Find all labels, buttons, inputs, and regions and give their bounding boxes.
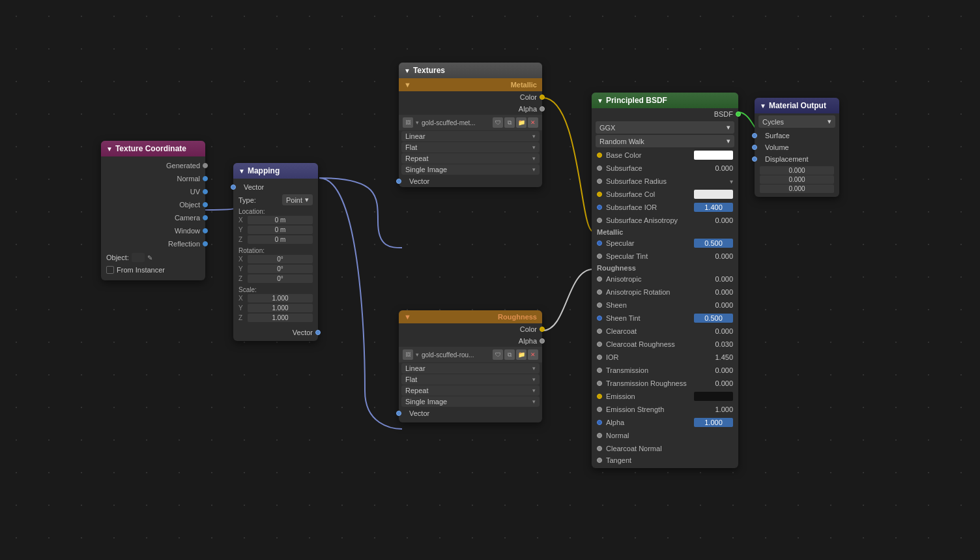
roughness-extension-dropdown[interactable]: Repeat ▾ [401, 385, 540, 396]
type-dropdown[interactable]: Point ▾ [282, 194, 313, 205]
subsurface-radius-row: Subsurface Radius ▾ [592, 175, 738, 188]
clearcoat-roughness-value: 0.030 [707, 340, 733, 348]
from-instancer-label: From Instancer [117, 266, 165, 274]
roughness-image-actions: 🛡 ⧉ 📁 ✕ [493, 349, 538, 360]
base-color-swatch[interactable] [694, 151, 733, 160]
displacement-z-value[interactable]: 0.000 [760, 184, 834, 193]
ior-row: IOR 1.450 [592, 351, 738, 364]
normal-label: Normal [606, 432, 733, 439]
displacement-y-value[interactable]: 0.000 [760, 175, 834, 184]
metallic-type-dropdown[interactable]: Single Image ▾ [401, 164, 540, 175]
specular-value[interactable]: 0.500 [694, 239, 733, 248]
rot-x-value[interactable]: 0° [248, 255, 313, 263]
roughness-projection-dropdown[interactable]: Flat ▾ [401, 374, 540, 385]
emission-swatch[interactable] [694, 392, 733, 401]
metallic-image-dropdown-arrow: ▾ [416, 119, 419, 126]
alpha-value[interactable]: 1.000 [694, 418, 733, 427]
chevron-icon: ▼ [597, 97, 603, 104]
rot-y-value[interactable]: 0° [248, 265, 313, 273]
specular-tint-label: Specular Tint [606, 252, 707, 260]
rot-z-value[interactable]: 0° [248, 274, 313, 283]
location-section: Location: X 0 m Y 0 m Z 0 m [233, 207, 318, 246]
sheen-label: Sheen [606, 301, 707, 309]
specular-label: Specular [606, 239, 694, 247]
base-color-row: Base Color [592, 149, 738, 162]
roughness-folder-btn[interactable]: 📁 [516, 349, 526, 360]
loc-z-value[interactable]: 0 m [248, 235, 313, 244]
object-row: Object [101, 198, 205, 211]
object-field-icon[interactable]: ✎ [147, 254, 152, 261]
engine-dropdown[interactable]: Cycles ▾ [758, 115, 835, 128]
distribution-dropdown[interactable]: GGX ▾ [596, 121, 734, 134]
metallic-projection-dropdown[interactable]: Flat ▾ [401, 142, 540, 153]
subsurface-radius-arrow: ▾ [730, 178, 733, 185]
normal-label: Normal [106, 175, 200, 183]
roughness-projection-label: Flat [405, 376, 532, 383]
specular-row: Specular 0.500 [592, 237, 738, 250]
subsurface-aniso-label: Subsurface Anisotropy [606, 216, 707, 224]
subsurface-col-label: Subsurface Col [606, 190, 694, 198]
distribution-arrow: ▾ [727, 123, 730, 132]
textures-title: Textures [413, 66, 445, 75]
subsurface-col-socket [597, 192, 602, 197]
textures-metallic-node: ▼ Textures ▼ Metallic Color Alpha 🖼 ▾ go… [399, 63, 542, 187]
roughness-close-btn[interactable]: ✕ [528, 349, 538, 360]
material-output-title: Material Output [769, 101, 826, 110]
uv-label: UV [106, 188, 200, 196]
sheen-socket [597, 302, 602, 308]
principled-bsdf-node: ▼ Principled BSDF BSDF GGX ▾ Random Walk… [592, 93, 738, 468]
sheen-tint-value[interactable]: 0.500 [694, 314, 733, 323]
displacement-x-value[interactable]: 0.000 [760, 166, 834, 175]
scale-x-value[interactable]: 1.000 [248, 294, 313, 302]
clearcoat-normal-label: Clearcoat Normal [606, 445, 733, 452]
roughness-type-dropdown[interactable]: Single Image ▾ [401, 396, 540, 407]
emission-strength-value: 1.000 [707, 405, 733, 413]
scale-label: Scale: [238, 286, 313, 293]
roughness-copy-btn[interactable]: ⧉ [504, 349, 515, 360]
subsurface-col-swatch[interactable] [694, 190, 733, 199]
camera-label: Camera [106, 214, 200, 222]
volume-socket [752, 145, 757, 150]
tangent-socket [597, 458, 602, 463]
roughness-colorspace-arrow: ▾ [532, 365, 536, 372]
scale-y-value[interactable]: 1.000 [248, 304, 313, 312]
subsurface-method-dropdown[interactable]: Random Walk ▾ [596, 135, 734, 147]
volume-label: Volume [760, 143, 789, 151]
rotation-section: Rotation: X 0° Y 0° Z 0° [233, 246, 318, 285]
bsdf-label: BSDF [714, 110, 733, 118]
metallic-close-btn[interactable]: ✕ [528, 117, 538, 128]
subsurface-value: 0.000 [707, 164, 733, 172]
from-instancer-checkbox[interactable] [106, 266, 114, 274]
loc-y-value[interactable]: 0 m [248, 226, 313, 234]
metallic-folder-btn[interactable]: 📁 [516, 117, 526, 128]
scale-y-axis: Y [238, 304, 245, 312]
subsurface-ior-value[interactable]: 1.400 [694, 203, 733, 212]
generated-label: Generated [106, 162, 200, 169]
loc-x-value[interactable]: 0 m [248, 216, 313, 224]
roughness-color-socket [540, 327, 545, 332]
rot-z-axis: Z [238, 275, 245, 282]
mapping-title: Mapping [248, 166, 280, 175]
transmission-row: Transmission 0.000 [592, 364, 738, 377]
base-color-label: Base Color [606, 151, 694, 159]
displacement-values: 0.000 0.000 0.000 [755, 164, 839, 197]
roughness-colorspace-dropdown[interactable]: Linear ▾ [401, 363, 540, 374]
from-instancer-row: From Instancer [101, 265, 205, 278]
metallic-copy-btn[interactable]: ⧉ [504, 117, 515, 128]
type-row: Type: Point ▾ [233, 193, 318, 207]
emission-strength-socket [597, 407, 602, 412]
roughness-type-label: Single Image [405, 398, 532, 405]
clearcoat-normal-row: Clearcoat Normal [592, 442, 738, 455]
roughness-shield-btn[interactable]: 🛡 [493, 349, 503, 360]
anisotropic-rotation-label: Anisotropic Rotation [606, 288, 707, 296]
metallic-shield-btn[interactable]: 🛡 [493, 117, 503, 128]
object-field-value[interactable] [132, 253, 145, 262]
subsurface-socket [597, 166, 602, 171]
metallic-colorspace-dropdown[interactable]: Linear ▾ [401, 131, 540, 141]
engine-value: Cycles [762, 118, 828, 126]
rot-y-axis: Y [238, 265, 245, 273]
subsurface-radius-label: Subsurface Radius [606, 177, 730, 185]
scale-z-value[interactable]: 1.000 [248, 314, 313, 322]
roughness-vector-row: Vector [399, 407, 542, 422]
metallic-extension-dropdown[interactable]: Repeat ▾ [401, 153, 540, 164]
